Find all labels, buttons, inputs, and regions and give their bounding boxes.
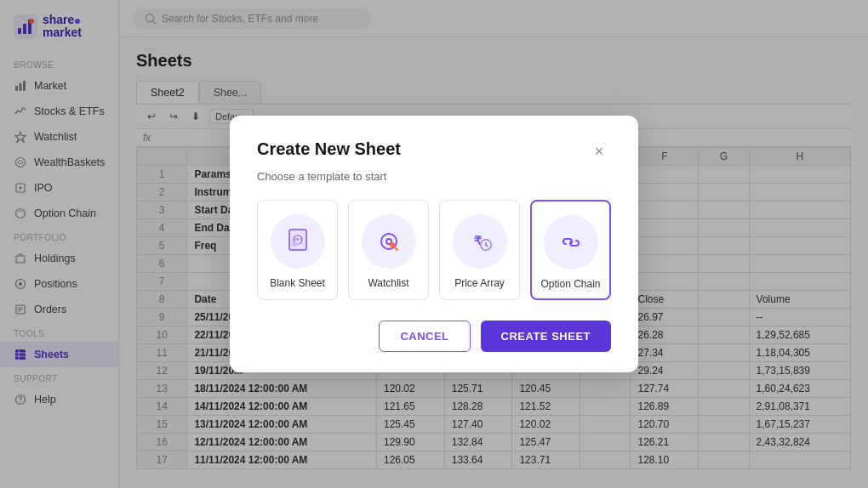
modal-close-button[interactable]: × (587, 139, 611, 163)
blank-sheet-icon-container (271, 214, 325, 269)
template-watchlist[interactable]: Watchlist (348, 200, 429, 300)
svg-point-32 (294, 239, 295, 241)
template-grid: Blank Sheet Watchlist (257, 200, 611, 300)
price-array-label: Price Array (454, 277, 505, 289)
create-sheet-modal: Create New Sheet × Choose a template to … (230, 116, 638, 372)
svg-point-33 (297, 239, 299, 241)
blank-sheet-icon (283, 226, 313, 257)
create-sheet-button[interactable]: CREATE SHEET (481, 321, 611, 352)
modal-overlay: Create New Sheet × Choose a template to … (0, 0, 868, 488)
price-array-icon-container: ₹ (453, 214, 507, 269)
cancel-button[interactable]: CANCEL (379, 321, 470, 352)
template-blank-sheet[interactable]: Blank Sheet (257, 200, 338, 300)
modal-subtitle: Choose a template to start (257, 170, 611, 183)
modal-header: Create New Sheet × (257, 139, 611, 163)
option-chain-icon (556, 227, 586, 258)
template-price-array[interactable]: ₹ Price Array (439, 200, 520, 300)
modal-title: Create New Sheet (257, 139, 401, 159)
watchlist-template-icon (374, 226, 404, 257)
watchlist-label: Watchlist (368, 277, 408, 289)
price-array-icon: ₹ (465, 226, 495, 257)
svg-point-38 (387, 240, 391, 243)
watchlist-icon-container (362, 214, 416, 269)
option-chain-label: Option Chain (540, 278, 600, 290)
modal-actions: CANCEL CREATE SHEET (257, 321, 611, 352)
blank-sheet-label: Blank Sheet (270, 277, 325, 289)
template-option-chain[interactable]: Option Chain (530, 200, 611, 300)
svg-point-34 (300, 239, 302, 241)
option-chain-icon-container (544, 215, 598, 270)
